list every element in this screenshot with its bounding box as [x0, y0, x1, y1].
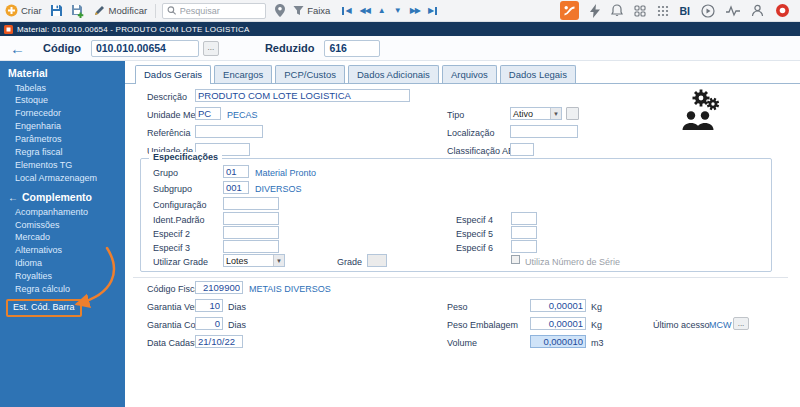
modules-menu-button[interactable] [657, 5, 669, 17]
especif4-input[interactable] [511, 212, 537, 225]
tab-pcp-custos[interactable]: PCP/Custos [275, 65, 345, 83]
tab-strip: Dados Gerais Encargos PCP/Custos Dados A… [125, 61, 800, 84]
tab-dados-gerais[interactable]: Dados Gerais [135, 65, 211, 84]
save-new-button[interactable] [71, 4, 85, 18]
main-toolbar: Criar Modificar Faixa ◀ ◀◀ ▲ ▼ ▶▶ [0, 0, 800, 22]
save-button[interactable] [50, 4, 63, 17]
quick-actions-button[interactable] [590, 4, 600, 18]
data-cadastro-input[interactable] [195, 335, 243, 348]
nav-down-button[interactable]: ▼ [394, 6, 402, 15]
nav-last-button[interactable]: ▶ [428, 6, 437, 15]
sidebar-item-tabelas[interactable]: Tabelas [0, 82, 125, 95]
ident-padrao-input[interactable] [223, 212, 279, 225]
sidebar-item-engenharia[interactable]: Engenharia [0, 121, 125, 134]
tab-dados-legais[interactable]: Dados Legais [500, 65, 576, 83]
sidebar-item-local-armazenagem[interactable]: Local Armazenagem [0, 172, 125, 185]
especif2-input[interactable] [223, 226, 279, 239]
back-button[interactable]: ← [10, 41, 25, 56]
codigo-lookup-button[interactable]: ... [203, 41, 219, 56]
localizacao-input[interactable] [510, 125, 578, 138]
sidebar-item-mercado[interactable]: Mercado [0, 232, 125, 245]
power-record-icon [775, 3, 790, 18]
apps-grid-icon [634, 5, 646, 17]
unidade-medida-input[interactable] [195, 107, 221, 120]
sidebar-item-alternativos[interactable]: Alternativos [0, 245, 125, 258]
sidebar-section-material-label: Material [8, 67, 48, 79]
search-input[interactable] [180, 6, 261, 16]
modificar-button[interactable]: Modificar [93, 4, 148, 17]
notifications-button[interactable] [611, 4, 623, 17]
apps-button[interactable] [634, 5, 646, 17]
exit-button[interactable] [775, 3, 790, 18]
faixa-button[interactable]: Faixa [293, 5, 330, 16]
nav-down-icon: ▼ [394, 6, 402, 15]
sidebar-item-elementos-tg[interactable]: Elementos TG [0, 159, 125, 172]
window-icon [4, 25, 13, 34]
play-circle-icon [701, 4, 715, 18]
nav-fast-next-button[interactable]: ▶▶ [410, 6, 420, 15]
grupo-input[interactable] [223, 165, 249, 178]
nav-up-button[interactable]: ▲ [378, 6, 386, 15]
bi-button[interactable]: BI [680, 5, 691, 17]
sidebar-item-fornecedor[interactable]: Fornecedor [0, 108, 125, 121]
nav-first-button[interactable]: ◀ [342, 6, 351, 15]
monitor-button[interactable] [726, 5, 740, 17]
faixa-label: Faixa [307, 5, 330, 16]
codigo-input[interactable] [91, 40, 199, 57]
sidebar-item-regra-fiscal[interactable]: Regra fiscal [0, 146, 125, 159]
sidebar-item-est-cod-barra[interactable]: Est. Cód. Barra [6, 299, 82, 317]
grade-input [367, 254, 387, 267]
criar-button[interactable]: Criar [5, 4, 42, 17]
user-profile-button[interactable] [751, 4, 764, 17]
sidebar-item-acompanhamento[interactable]: Acompanhamento [0, 206, 125, 219]
configuracao-input[interactable] [223, 197, 279, 210]
sidebar-section-complemento[interactable]: ← Complemento [0, 185, 125, 206]
especif6-input[interactable] [511, 240, 537, 253]
bi-label: BI [680, 5, 691, 17]
descricao-label: Descrição [147, 92, 187, 102]
dots-grid-icon [657, 5, 669, 17]
volume-unit: m3 [591, 338, 604, 348]
sidebar-item-parametros[interactable]: Parâmetros [0, 134, 125, 147]
codigo-fiscal-label: Código Fiscal [147, 284, 202, 294]
peso-embalagem-input[interactable] [530, 317, 586, 330]
garantia-venda-input[interactable] [195, 299, 223, 312]
referencia-label: Referência [147, 128, 191, 138]
utilizar-grade-select[interactable]: Lotes ▼ [223, 254, 285, 267]
tab-arquivos[interactable]: Arquivos [442, 65, 497, 83]
especif3-input[interactable] [223, 240, 279, 253]
content-area: Dados Gerais Encargos PCP/Custos Dados A… [125, 61, 800, 407]
peso-embalagem-label: Peso Embalagem [447, 320, 518, 330]
criar-plus-icon [5, 4, 18, 17]
configuracao-label: Configuração [153, 200, 207, 210]
tipo-extra-button[interactable] [566, 107, 579, 120]
chevron-down-icon: ▼ [273, 255, 284, 266]
toolbar-divider [155, 4, 156, 18]
garantia-compra-input[interactable] [195, 317, 223, 330]
tab-dados-adicionais[interactable]: Dados Adicionais [348, 65, 439, 83]
tab-encargos[interactable]: Encargos [214, 65, 272, 83]
tipo-select[interactable]: Ativo ▼ [510, 107, 562, 120]
nav-fast-prev-button[interactable]: ◀◀ [360, 6, 370, 15]
location-pin-button[interactable] [275, 4, 285, 17]
play-button[interactable] [701, 4, 715, 18]
sidebar-item-idioma[interactable]: Idioma [0, 258, 125, 271]
back-arrow-icon: ← [10, 40, 25, 57]
classificacao-abc-input[interactable] [510, 143, 534, 156]
referencia-input[interactable] [195, 125, 263, 138]
app-logo-button[interactable] [560, 1, 579, 20]
especif5-input[interactable] [511, 226, 537, 239]
descricao-input[interactable] [195, 89, 410, 102]
sidebar-item-royalties[interactable]: Royalties [0, 271, 125, 284]
reduzido-input[interactable] [324, 40, 380, 57]
sidebar-item-estoque[interactable]: Estoque [0, 95, 125, 108]
codigo-label: Código [43, 42, 81, 54]
ultimo-acesso-lookup-button[interactable]: ... [733, 317, 749, 330]
subgrupo-input[interactable] [223, 181, 249, 194]
sidebar-item-comissoes[interactable]: Comissões [0, 219, 125, 232]
volume-input[interactable] [530, 335, 586, 348]
codigo-fiscal-input[interactable] [195, 281, 243, 294]
sidebar-item-regra-calculo[interactable]: Regra cálculo [0, 283, 125, 296]
toolbar-right-icons: BI [560, 1, 791, 20]
peso-input[interactable] [530, 299, 586, 312]
